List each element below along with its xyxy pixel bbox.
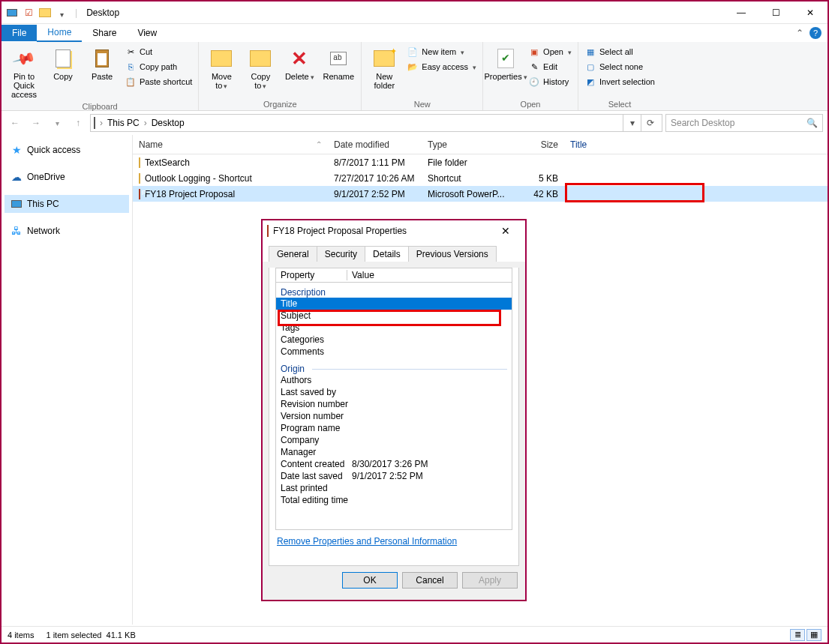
property-row-manager[interactable]: Manager [276, 446, 512, 458]
property-row-contentcreated[interactable]: Content created8/30/2017 3:26 PM [276, 458, 512, 470]
qat-properties-icon[interactable]: ☑ [23, 7, 35, 19]
invertselection-button[interactable]: ◩Invert selection [583, 75, 656, 88]
view-details-button[interactable]: ≣ [790, 629, 805, 641]
forward-button[interactable]: → [27, 114, 45, 132]
moveto-button[interactable]: Move to [203, 45, 239, 92]
nav-quick-access[interactable]: ★Quick access [5, 141, 129, 159]
property-row-version[interactable]: Version number [276, 410, 512, 422]
property-row-company[interactable]: Company [276, 434, 512, 446]
col-title[interactable]: Title [564, 139, 707, 150]
file-type: Shortcut [422, 173, 512, 184]
delete-button[interactable]: ✕ Delete [281, 45, 317, 83]
refresh-icon[interactable]: ⟳ [641, 115, 659, 131]
property-row-subject[interactable]: Subject [276, 310, 512, 322]
property-row-program[interactable]: Program name [276, 422, 512, 434]
addr-dropdown-icon[interactable]: ▾ [623, 115, 641, 131]
file-row[interactable]: FY18 Project Proposal9/1/2017 2:52 PMMic… [133, 186, 827, 202]
qat-customize-icon[interactable] [60, 9, 68, 16]
minimize-button[interactable]: — [724, 1, 758, 24]
property-row-authors[interactable]: Authors [276, 374, 512, 386]
status-bar: 4 items 1 item selected 41.1 KB ≣ ▦ [2, 626, 827, 643]
close-button[interactable]: ✕ [793, 1, 827, 24]
col-name[interactable]: Name [139, 139, 163, 150]
file-icon [139, 157, 140, 168]
cut-button[interactable]: ✂Cut [123, 45, 194, 58]
property-row-title[interactable]: Title [276, 298, 512, 310]
property-row-tags[interactable]: Tags [276, 322, 512, 334]
paste-button[interactable]: Paste [84, 45, 120, 82]
edit-button[interactable]: ✎Edit [527, 60, 573, 73]
properties-dialog: FY18 Project Proposal Properties ✕ Gener… [261, 219, 527, 601]
address-row: ← → ▾ ↑ › This PC › Desktop ▾ ⟳ Search D… [2, 111, 827, 135]
crumb-desktop[interactable]: Desktop [152, 118, 185, 128]
history-button[interactable]: 🕘History [527, 75, 573, 88]
remove-properties-link[interactable]: Remove Properties and Personal Informati… [269, 530, 464, 553]
maximize-button[interactable]: ☐ [758, 1, 793, 24]
tab-home[interactable]: Home [37, 24, 82, 42]
ribbon-collapse-icon[interactable]: ⌃ [796, 28, 803, 38]
col-type[interactable]: Type [422, 139, 512, 150]
apply-button[interactable]: Apply [462, 572, 518, 589]
property-row-lastsavedby[interactable]: Last saved by [276, 386, 512, 398]
tab-general[interactable]: General [269, 246, 317, 262]
file-name: TextSearch [145, 157, 190, 168]
file-row[interactable]: TextSearch8/7/2017 1:11 PMFile folder [133, 154, 827, 170]
dialog-tabs: General Security Details Previous Versio… [263, 241, 525, 262]
file-icon [139, 189, 140, 199]
address-bar[interactable]: › This PC › Desktop ▾ ⟳ [90, 114, 662, 132]
tab-view[interactable]: View [127, 25, 167, 41]
tab-details[interactable]: Details [365, 246, 409, 262]
property-list[interactable]: Description Title Subject Tags Categorie… [275, 283, 512, 530]
ok-button[interactable]: OK [342, 572, 398, 589]
header-property: Property [276, 270, 347, 280]
open-button[interactable]: ▣Open [527, 45, 573, 58]
dialog-close-button[interactable]: ✕ [491, 225, 521, 237]
nav-network[interactable]: 🖧Network [5, 222, 129, 240]
property-row-datelastsaved[interactable]: Date last saved9/1/2017 2:52 PM [276, 470, 512, 482]
property-row-totalediting[interactable]: Total editing time [276, 494, 512, 506]
recent-button[interactable]: ▾ [48, 114, 66, 132]
qat-newfolder-icon[interactable] [39, 7, 51, 19]
property-row-categories[interactable]: Categories [276, 334, 512, 346]
crumb-thispc[interactable]: This PC [107, 118, 140, 128]
property-row-comments[interactable]: Comments [276, 346, 512, 358]
property-row-lastprinted[interactable]: Last printed [276, 482, 512, 494]
nav-onedrive[interactable]: ☁OneDrive [5, 168, 129, 186]
easyaccess-button[interactable]: 📂Easy access [405, 60, 478, 73]
cancel-button[interactable]: Cancel [402, 572, 458, 589]
view-large-button[interactable]: ▦ [806, 629, 821, 641]
back-button[interactable]: ← [6, 114, 24, 132]
copypath-button[interactable]: ⎘Copy path [123, 60, 194, 73]
newitem-button[interactable]: 📄New item [405, 45, 478, 58]
tab-previous-versions[interactable]: Previous Versions [408, 246, 497, 262]
up-button[interactable]: ↑ [69, 114, 87, 132]
selectnone-button[interactable]: ▢Select none [583, 60, 656, 73]
col-date[interactable]: Date modified [328, 139, 422, 150]
property-list-header: Property Value [275, 268, 512, 283]
search-box[interactable]: Search Desktop 🔍 [665, 114, 823, 132]
tab-share[interactable]: Share [82, 25, 127, 41]
file-row[interactable]: Outlook Logging - Shortcut7/27/2017 10:2… [133, 170, 827, 186]
copy-button[interactable]: Copy [45, 45, 81, 82]
newfolder-button[interactable]: ✦ New folder [366, 45, 402, 91]
tab-security[interactable]: Security [317, 246, 365, 262]
section-description: Description [276, 284, 512, 298]
pasteshortcut-button[interactable]: 📋Paste shortcut [123, 75, 194, 88]
column-headers[interactable]: Name⌃ Date modified Type Size Title [133, 135, 827, 154]
nav-thispc[interactable]: This PC [5, 195, 129, 213]
copyto-button[interactable]: Copy to [242, 45, 278, 92]
help-icon[interactable]: ? [809, 27, 821, 39]
status-size: 41.1 KB [107, 631, 136, 640]
dialog-titlebar[interactable]: FY18 Project Proposal Properties ✕ [263, 220, 525, 241]
pc-icon [94, 118, 95, 128]
file-type: Microsoft PowerP... [422, 189, 512, 199]
pin-quickaccess-button[interactable]: 📌 Pin to Quick access [6, 45, 42, 100]
rename-button[interactable]: Rename [320, 45, 356, 82]
col-size[interactable]: Size [512, 139, 564, 150]
selectall-button[interactable]: ▦Select all [583, 45, 656, 58]
property-row-revision[interactable]: Revision number [276, 398, 512, 410]
pin-label: Pin to Quick access [8, 72, 41, 99]
search-icon: 🔍 [806, 118, 818, 128]
tab-file[interactable]: File [2, 25, 37, 41]
properties-button[interactable]: Properties [488, 45, 524, 83]
